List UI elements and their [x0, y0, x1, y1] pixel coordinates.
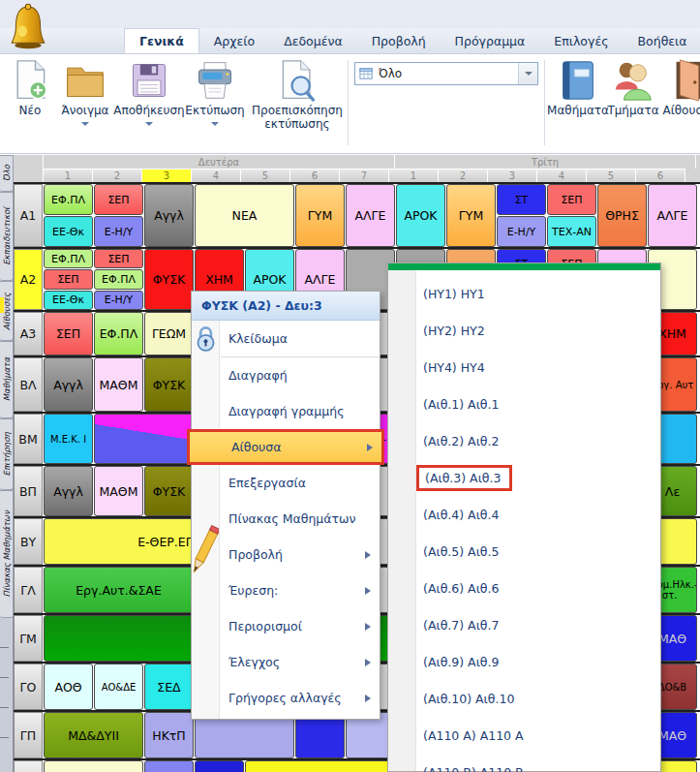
side-tab-Πίνακας-Μαθημάτων[interactable]: Πίνακας Μαθημάτων	[0, 490, 14, 618]
period-header-Δευτέρα-5[interactable]: 5	[241, 169, 290, 182]
ribbon-tab-Πρόγραμμα[interactable]: Πρόγραμμα	[441, 28, 540, 53]
combobox-dropdown-button[interactable]	[518, 63, 537, 84]
timetable-cell-part[interactable]: ΣΤ	[497, 184, 546, 215]
period-header-Δευτέρα-3[interactable]: 3	[142, 169, 192, 182]
timetable-cell-part[interactable]: ΕΕ-Θκ	[44, 291, 93, 310]
class-row-label-ΒΠ[interactable]: ΒΠ	[14, 466, 43, 516]
timetable-cell[interactable]: ΑΟ&ΔΕ	[94, 664, 143, 710]
room-submenu-item--HY2-HY2[interactable]: (HY2) HY2	[388, 312, 660, 349]
room-submenu-item--HY4-HY4[interactable]: (HY4) HY4	[388, 349, 660, 386]
timetable-cell-part[interactable]: Ε-Η/Υ	[94, 216, 143, 247]
ribbon-tab-Βοήθεια[interactable]: Βοήθεια	[624, 28, 700, 53]
period-header-Δευτέρα-2[interactable]: 2	[93, 169, 142, 182]
timetable-cell[interactable]: ΗΚτΠ	[144, 712, 194, 758]
context-menu-item-Προβολή[interactable]: Προβολή	[192, 537, 380, 572]
timetable-cell-part[interactable]: ΕΕ-Θκ	[44, 216, 93, 247]
timetable-cell-part[interactable]: ΤΕΧ-ΑΝ	[547, 216, 596, 247]
period-header-Δευτέρα-4[interactable]: 4	[192, 169, 241, 182]
context-menu-item-Αίθουσα[interactable]: Αίθουσα	[187, 429, 384, 465]
timetable-cell-part[interactable]: ΣΕΠ	[94, 184, 143, 215]
toolbar-button-Νέο[interactable]: Νέο	[6, 58, 54, 118]
class-row-label-ΓΟ[interactable]: ΓΟ	[14, 664, 43, 710]
timetable-cell[interactable]: ΜΑΘΜ	[94, 357, 143, 412]
timetable-cell[interactable]: ΦΥΣΚ	[144, 466, 194, 516]
class-row-label-ΒΛ[interactable]: ΒΛ	[14, 357, 43, 412]
timetable-cell[interactable]: ΣΕΠ	[44, 312, 93, 355]
ribbon-tab-Γενικά[interactable]: Γενικά	[124, 28, 199, 53]
room-submenu-item--Α110-Β-Α110-Β[interactable]: (Α110 Β) Α110 Β	[388, 754, 660, 772]
room-submenu-item--Αιθ-7-Αιθ-7[interactable]: (Αιθ.7) Αιθ.7	[388, 606, 660, 643]
class-row-label-ΓΠ[interactable]: ΓΠ	[14, 712, 43, 758]
period-header-Τρίτη-3[interactable]: 3	[488, 169, 537, 182]
timetable-cell[interactable]: ΣΕΠΕ-Η/Υ	[94, 184, 143, 247]
timetable-cell[interactable]: ΑΛΓΕ	[648, 184, 697, 247]
timetable-cell[interactable]: ΕΦ.ΠΛΣΕΠΕΕ-Θκ	[44, 249, 93, 310]
timetable-cell[interactable]: ΜΔ&ΔΥΙΙ	[44, 712, 143, 758]
class-row-label-Α1[interactable]: Α1	[14, 184, 43, 247]
context-menu-item-Διαγραφή-γραμμής[interactable]: Διαγραφή γραμμής	[192, 393, 380, 429]
timetable-cell[interactable]: ΝΕΑ (Π)	[44, 760, 143, 772]
class-row-label-ΒΥ[interactable]: ΒΥ	[14, 518, 43, 565]
side-tab-Αίθουσες[interactable]: Αίθουσες	[0, 281, 14, 341]
ribbon-tab-Επιλογές[interactable]: Επιλογές	[539, 28, 623, 53]
timetable-cell-part[interactable]: ΕΦ.ΠΛ	[94, 269, 143, 289]
timetable-cell[interactable]: ΑΡΟΚ	[396, 184, 445, 247]
context-menu-item-Διαγραφή[interactable]: Διαγραφή	[192, 357, 380, 393]
timetable-cell[interactable]: ΜΑΘΜ	[195, 760, 244, 772]
context-menu-item-Επεξεργασία[interactable]: Επεξεργασία	[192, 465, 380, 501]
timetable-cell[interactable]: ΑΟΘ	[44, 664, 93, 710]
room-submenu-item--Αιθ-9-Αιθ-9[interactable]: (Αιθ.9) Αιθ.9	[388, 643, 660, 680]
context-menu-item-Περιορισμοί[interactable]: Περιορισμοί	[192, 608, 380, 644]
context-menu-item-Γρήγορες-αλλαγές[interactable]: Γρήγορες αλλαγές	[192, 680, 380, 716]
class-row-label-Α3[interactable]: Α3	[14, 312, 43, 355]
timetable-cell-part[interactable]: ΣΕΠ	[94, 249, 143, 268]
context-menu-item-Πίνακας-Μαθημάτων[interactable]: Πίνακας Μαθημάτων	[192, 501, 380, 537]
timetable-cell[interactable]: Ε-Κ.Λ.Κ.Θ	[245, 760, 395, 772]
period-header-Δευτέρα-6[interactable]: 6	[290, 169, 340, 182]
timetable-cell[interactable]: ΣΤΕ-Η/Υ	[497, 184, 546, 247]
timetable-cell-part[interactable]: Ε-Η/Υ	[94, 291, 143, 310]
toolbar-button-Αίθουσες[interactable]: Αίθουσες	[660, 58, 700, 118]
period-header-Δευτέρα-1[interactable]: 1	[44, 169, 93, 182]
period-header-Τρίτη-2[interactable]: 2	[439, 169, 488, 182]
timetable-cell-part[interactable]: ΕΦ.ΠΛ	[44, 249, 93, 268]
side-tab-Επιτήρηση[interactable]: Επιτήρηση	[0, 418, 14, 490]
timetable-cell[interactable]: ΝΕΑ	[195, 184, 294, 247]
class-row-label-Α2[interactable]: Α2	[14, 249, 43, 310]
period-header-Τρίτη-6[interactable]: 6	[636, 169, 685, 182]
toolbar-button-Αποθήκευση[interactable]: Αποθήκευση	[116, 58, 182, 126]
timetable-cell-part[interactable]: ΣΕΠ	[44, 269, 93, 289]
context-menu-item-Έυρεση-[interactable]: Έυρεση:	[192, 572, 380, 608]
timetable-cell[interactable]: ΓΥΜ	[446, 184, 496, 247]
timetable-cell[interactable]: ΕΦ.ΠΛ	[94, 312, 143, 355]
period-header-Τρίτη-4[interactable]: 4	[537, 169, 587, 182]
timetable-cell[interactable]: ΑΛΓΕ	[346, 184, 395, 247]
timetable-cell[interactable]: ΕΦ.ΠΛΕΕ-Θκ	[44, 184, 93, 247]
timetable-cell[interactable]: Μ.Ε.Κ. Ι	[44, 414, 93, 464]
view-scope-combobox[interactable]: Όλο	[354, 62, 538, 85]
timetable-cell[interactable]: ΓΕΩΜ	[144, 312, 194, 355]
room-submenu-item--Αιθ-10-Αιθ-10[interactable]: (Αιθ.10) Αιθ.10	[388, 680, 660, 717]
toolbar-button-Άνοιγμα[interactable]: Άνοιγμα	[56, 58, 114, 126]
room-submenu-item--Α110-Α-Α110-Α[interactable]: (Α110 Α) Α110 Α	[388, 717, 660, 754]
room-submenu-item--Αιθ-4-Αιθ-4[interactable]: (Αιθ.4) Αιθ.4	[388, 496, 660, 533]
timetable-cell[interactable]: Στ. Σχ. Κεντρ.	[144, 760, 194, 772]
class-row-label-ΒΜ[interactable]: ΒΜ	[14, 414, 43, 464]
context-menu-item-Κλείδωμα[interactable]: Κλείδωμα	[192, 321, 380, 356]
toolbar-button-Προεπισκόπηση[interactable]: Προεπισκόπηση εκτύπωσης	[248, 58, 347, 132]
timetable-cell[interactable]: Εργ.Αυτ.&ΣΑΕ	[44, 567, 194, 613]
dropdown-caret-icon[interactable]	[81, 122, 89, 126]
bell-icon[interactable]	[8, 2, 48, 54]
room-submenu-item--Αιθ-1-Αιθ-1[interactable]: (Αιθ.1) Αιθ.1	[388, 386, 660, 422]
timetable-cell[interactable]: ΣΕΠΤΕΧ-ΑΝ	[547, 184, 596, 247]
timetable-cell[interactable]: ΘΡΗΣ	[597, 184, 647, 247]
room-submenu-item--Αιθ-3-Αιθ-3[interactable]: (Αιθ.3) Αιθ.3	[388, 459, 660, 496]
timetable-cell[interactable]: ΣΕΠΕΦ.ΠΛΕ-Η/Υ	[94, 249, 143, 310]
toolbar-button-Μαθήματα[interactable]: Μαθήματα	[550, 58, 606, 118]
class-row-label-ΓΛ[interactable]: ΓΛ	[14, 567, 43, 613]
timetable-cell[interactable]: ΜΑΘΜ	[94, 466, 143, 516]
timetable-cell-part[interactable]: Ε-Η/Υ	[497, 216, 546, 247]
ribbon-tab-Προβολή[interactable]: Προβολή	[357, 28, 441, 53]
period-header-Τρίτη-5[interactable]: 5	[587, 169, 636, 182]
context-menu-item-Έλεγχος[interactable]: Έλεγχος	[192, 644, 380, 680]
